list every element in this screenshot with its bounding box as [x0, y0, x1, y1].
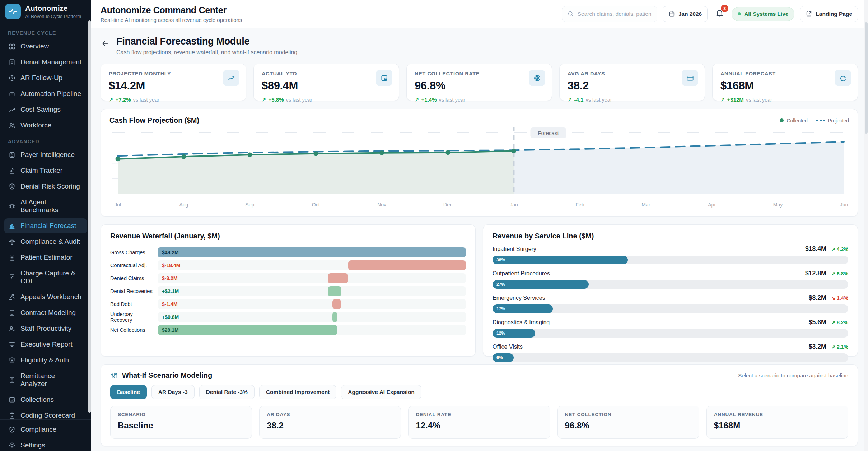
scenario-button-combined-improvement[interactable]: Combined Improvement	[259, 385, 336, 399]
kpi-delta: ↗+7.2%vs last year	[109, 97, 238, 103]
sliders-icon	[110, 372, 118, 380]
sidebar-item-charge-capture-cdi[interactable]: Charge Capture & CDI	[4, 266, 87, 289]
file-alert-icon	[8, 59, 16, 66]
sidebar-item-collections[interactable]: Collections	[4, 392, 87, 407]
kpi-value: 38.2	[568, 79, 697, 92]
status-dot	[738, 12, 741, 15]
sidebar-item-overview[interactable]: Overview	[4, 39, 87, 54]
wallet-icon	[8, 396, 16, 404]
service-bar-track: 17%	[493, 304, 848, 313]
kpi-label: NET COLLECTION RATE	[415, 71, 544, 76]
service-delta: ↗ 8.2%	[831, 320, 848, 325]
sidebar-scrollbar[interactable]	[88, 20, 91, 413]
systems-status-badge: All Systems Live	[732, 7, 794, 21]
kpi-card-actual-ytd: ACTUAL YTD$89.4M↗+5.8%vs last year	[253, 64, 399, 101]
calc-icon	[8, 254, 16, 261]
landing-page-button[interactable]: Landing Page	[800, 6, 858, 22]
waterfall-row-net-collections: Net Collections$28.1M	[110, 324, 466, 336]
page-scrollbar[interactable]	[864, 0, 868, 451]
app-name: Autonomize	[25, 4, 81, 13]
waterfall-label: Denial Recoveries	[110, 288, 153, 294]
service-value: $5.6M	[809, 319, 826, 326]
metric-value: 96.8%	[565, 420, 692, 431]
sidebar-item-workforce[interactable]: Workforce	[4, 118, 87, 133]
waterfall-amount: $-1.4M	[162, 301, 178, 307]
sidebar-item-claim-tracker[interactable]: Claim Tracker	[4, 163, 87, 178]
sidebar-item-ar-follow-up[interactable]: AR Follow-Up	[4, 70, 87, 85]
date-picker-button[interactable]: Jan 2026	[663, 6, 708, 22]
waterfall-title: Revenue Waterfall (January, $M)	[110, 232, 466, 240]
scenario-button-denial-rate-3-[interactable]: Denial Rate -3%	[199, 385, 255, 399]
search-input[interactable]	[578, 11, 652, 17]
sidebar-item-settings[interactable]: Settings	[4, 438, 87, 451]
chip-icon	[8, 203, 16, 210]
sidebar-item-executive-report[interactable]: Executive Report	[4, 337, 87, 352]
sidebar-nav: REVENUE CYCLEOverviewDenial ManagementAR…	[0, 23, 91, 419]
service-bar: 27%	[493, 280, 589, 289]
waterfall-amount: +$0.8M	[162, 314, 179, 320]
sidebar-item-staff-productivity[interactable]: Staff Productivity	[4, 321, 87, 336]
service-delta: ↗ 2.1%	[831, 344, 848, 350]
command-center-title: Autonomize Command Center	[101, 5, 242, 15]
service-bar: 38%	[493, 256, 628, 264]
sidebar-item-appeals-workbench[interactable]: Appeals Workbench	[4, 289, 87, 304]
notifications-button[interactable]: 3	[713, 7, 726, 20]
nav-section-label: ADVANCED	[8, 139, 83, 144]
clock-icon	[8, 74, 16, 82]
service-bar-track: 38%	[493, 256, 848, 264]
nav-section-label: REVENUE CYCLE	[8, 30, 83, 36]
service-bar-track: 27%	[493, 280, 848, 289]
sidebar-item-compliance-audit[interactable]: Compliance & Audit	[4, 234, 87, 249]
whatif-note: Select a scenario to compare against bas…	[738, 372, 848, 378]
service-pct-label: 27%	[493, 282, 505, 287]
service-line-panel: Revenue by Service Line ($M) Inpatient S…	[483, 224, 858, 357]
sidebar-item-compliance[interactable]: Compliance	[4, 422, 87, 437]
service-delta: ↗ 4.2%	[831, 246, 848, 252]
svg-text:May: May	[773, 202, 783, 208]
arrow-left-icon	[101, 39, 109, 47]
sidebar-item-payer-intelligence[interactable]: Payer Intelligence	[4, 147, 87, 162]
service-name: Diagnostics & Imaging	[493, 319, 550, 326]
scenario-buttons: BaselineAR Days -3Denial Rate -3%Combine…	[110, 385, 848, 399]
sidebar-item-automation-pipeline[interactable]: Automation Pipeline	[4, 86, 87, 101]
service-name: Emergency Services	[493, 295, 545, 301]
users-icon	[8, 122, 16, 129]
bar-chart-icon	[8, 222, 16, 230]
bot-icon	[8, 90, 16, 98]
back-button[interactable]	[101, 39, 110, 49]
sidebar-item-patient-estimator[interactable]: Patient Estimator	[4, 250, 87, 265]
sidebar-item-denial-risk-scoring[interactable]: Denial Risk Scoring	[4, 179, 87, 194]
sidebar-item-coding-scorecard[interactable]: Coding Scorecard	[4, 408, 87, 419]
search-box[interactable]	[562, 6, 657, 22]
bank-icon	[8, 151, 16, 159]
waterfall-amount: $-3.2M	[162, 275, 178, 281]
kpi-value: $89.4M	[262, 79, 391, 92]
arrow-up-right-icon: ↗	[720, 97, 725, 103]
service-value: $18.4M	[805, 245, 826, 253]
sidebar-item-financial-forecast[interactable]: Financial Forecast	[4, 218, 87, 233]
scenario-button-aggressive-ai-expansion[interactable]: Aggressive AI Expansion	[341, 385, 421, 399]
kpi-label: ACTUAL YTD	[262, 71, 391, 76]
scenario-button-baseline[interactable]: Baseline	[110, 385, 147, 399]
kpi-card-avg-ar-days: AVG AR DAYS38.2↗-4.1vs last year	[559, 64, 705, 101]
sidebar-item-ai-agent-benchmarks[interactable]: AI Agent Benchmarks	[4, 195, 87, 218]
service-bar-track: 12%	[493, 329, 848, 338]
waterfall-track: +$2.1M	[158, 286, 466, 296]
waterfall-bar	[332, 312, 337, 322]
file-text-icon	[8, 309, 16, 317]
file-dot-icon	[8, 274, 16, 281]
sidebar-item-remittance-analyzer[interactable]: Remittance Analyzer	[4, 368, 87, 391]
sidebar-item-eligibility-auth[interactable]: Eligibility & Auth	[4, 353, 87, 368]
service-value: $12.8M	[805, 270, 826, 277]
whatif-title: What-If Scenario Modeling	[122, 371, 212, 380]
page-scrollbar-thumb[interactable]	[865, 22, 868, 134]
sidebar-item-cost-savings[interactable]: Cost Savings	[4, 102, 87, 117]
sidebar-item-contract-modeling[interactable]: Contract Modeling	[4, 305, 87, 320]
service-line-office-visits: Office Visits$3.2M↗ 2.1%6%	[493, 343, 848, 362]
waterfall-label: Gross Charges	[110, 250, 153, 255]
scenario-button-ar-days-3[interactable]: AR Days -3	[151, 385, 195, 399]
collected-dot-icon	[780, 118, 784, 122]
sidebar-item-denial-management[interactable]: Denial Management	[4, 55, 87, 70]
shield-alert-icon	[8, 183, 16, 190]
wallet-icon	[376, 70, 392, 86]
